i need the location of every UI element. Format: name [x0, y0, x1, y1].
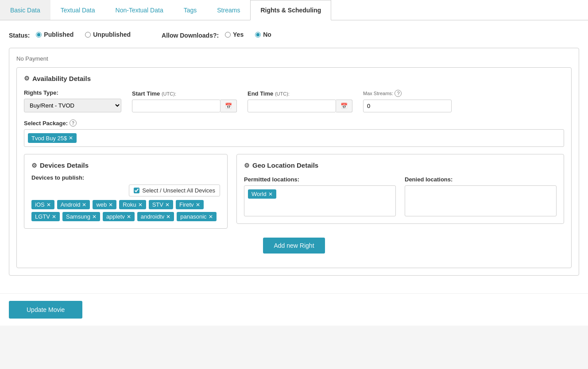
device-chip-remove[interactable]: ✕ [165, 202, 170, 208]
availability-section: ⚙ Availability Details Rights Type: Buy/… [16, 67, 572, 269]
main-content: Status: Published Unpublished Allow Down… [0, 20, 588, 293]
device-chip-label: iOS [35, 201, 45, 208]
device-chip-appletv: appletv✕ [103, 212, 135, 221]
device-chip-remove[interactable]: ✕ [196, 202, 200, 208]
device-chip-androidtv: androidtv✕ [137, 212, 174, 221]
add-right-row: Add new Right [24, 238, 564, 261]
device-chip-remove[interactable]: ✕ [92, 214, 97, 220]
device-chip-label: panasonic [180, 213, 206, 220]
device-chip-web: web✕ [93, 200, 116, 209]
downloads-group: Allow Downloads?: Yes No [162, 31, 276, 39]
device-chip-remove[interactable]: ✕ [138, 202, 143, 208]
select-all-checkbox[interactable] [134, 188, 139, 193]
device-chip-remove[interactable]: ✕ [166, 214, 170, 220]
tab-streams[interactable]: Streams [207, 0, 250, 20]
permitted-tag-label: World [251, 191, 267, 197]
max-streams-label: Max Streams: ? [363, 90, 452, 97]
tab-tags[interactable]: Tags [174, 0, 207, 20]
tab-rights-scheduling[interactable]: Rights & Scheduling [250, 0, 331, 20]
add-right-button[interactable]: Add new Right [263, 238, 325, 254]
devices-title: ⚙ Devices Details [31, 161, 220, 169]
downloads-yes-radio[interactable] [225, 32, 231, 38]
tab-bar: Basic Data Textual Data Non-Textual Data… [0, 0, 588, 20]
device-chip-samsung: Samsung✕ [62, 212, 100, 221]
package-tag-remove[interactable]: ✕ [69, 135, 73, 141]
end-time-field: End Time (UTC): 2050-12-01 00:00:00 📅 [248, 90, 352, 112]
start-time-calendar-button[interactable]: 📅 [220, 100, 237, 112]
status-label: Status: [9, 32, 30, 39]
package-label: Select Package: ? [24, 119, 77, 127]
availability-title: ⚙ Availability Details [24, 75, 564, 82]
end-time-calendar-button[interactable]: 📅 [336, 100, 352, 112]
start-time-label: Start Time (UTC): [132, 90, 237, 97]
downloads-no-option[interactable]: No [255, 31, 271, 38]
status-downloads-row: Status: Published Unpublished Allow Down… [9, 31, 579, 39]
downloads-radio-group: Yes No [225, 31, 276, 38]
package-tag-label: Tvod Buy 25$ [31, 135, 67, 142]
package-box[interactable]: Tvod Buy 25$ ✕ [24, 129, 564, 147]
tab-basic-data[interactable]: Basic Data [0, 0, 50, 20]
package-help-icon[interactable]: ? [70, 119, 77, 127]
max-streams-help-icon[interactable]: ? [395, 90, 402, 97]
device-chips: iOS✕ Android✕ web✕ Roku✕ STV✕ Firetv✕ LG… [31, 200, 220, 221]
status-radio-group: Published Unpublished [36, 31, 135, 38]
permitted-tag-remove[interactable]: ✕ [268, 191, 273, 197]
update-movie-button[interactable]: Update Movie [9, 301, 82, 319]
package-tag-tvod-buy: Tvod Buy 25$ ✕ [28, 133, 77, 143]
start-time-field: Start Time (UTC): 1970-01-01 00:00:00 📅 [132, 90, 237, 112]
downloads-yes-label: Yes [233, 31, 244, 38]
device-chip-label: androidtv [141, 213, 164, 220]
end-time-input-wrapper: 2050-12-01 00:00:00 📅 [248, 100, 352, 112]
denied-locations-label: Denied locations: [405, 176, 557, 183]
device-chip-label: Roku [123, 201, 136, 208]
status-unpublished-option[interactable]: Unpublished [85, 31, 131, 38]
rights-type-select[interactable]: Buy/Rent - TVOD Free - AVOD Subscription… [24, 99, 121, 112]
max-streams-input[interactable] [363, 100, 452, 112]
status-group: Status: Published Unpublished [9, 31, 135, 39]
downloads-yes-option[interactable]: Yes [225, 31, 244, 38]
device-chip-remove[interactable]: ✕ [108, 202, 113, 208]
device-chip-label: web [96, 201, 107, 208]
device-chip-remove[interactable]: ✕ [46, 202, 51, 208]
no-payment-title: No Payment [16, 55, 572, 62]
status-unpublished-radio[interactable] [85, 32, 91, 38]
lower-section: ⚙ Devices Details Devices to publish: Se… [24, 154, 564, 229]
device-chip-android: Android✕ [57, 200, 90, 209]
downloads-no-radio[interactable] [255, 32, 261, 38]
rights-type-label: Rights Type: [24, 89, 121, 96]
geo-inner: ⚙ Geo Location Details Permitted locatio… [236, 154, 564, 224]
footer: Update Movie [0, 293, 588, 326]
permitted-tag-world: World ✕ [248, 189, 276, 199]
tab-textual-data[interactable]: Textual Data [50, 0, 105, 20]
tabs-container: Basic Data Textual Data Non-Textual Data… [0, 0, 588, 293]
geo-title: ⚙ Geo Location Details [244, 161, 557, 169]
status-published-radio[interactable] [36, 32, 42, 38]
max-streams-field: Max Streams: ? [363, 90, 452, 112]
end-time-input[interactable]: 2050-12-01 00:00:00 [248, 100, 336, 112]
geo-fields: Permitted locations: World ✕ [244, 176, 557, 216]
device-chip-ios: iOS✕ [31, 200, 54, 209]
device-chip-label: Android [61, 201, 81, 208]
device-chip-remove[interactable]: ✕ [209, 214, 213, 220]
denied-locations-box[interactable] [405, 185, 557, 216]
geo-gear-icon: ⚙ [244, 162, 250, 169]
tab-non-textual-data[interactable]: Non-Textual Data [105, 0, 174, 20]
availability-fields: Rights Type: Buy/Rent - TVOD Free - AVOD… [24, 89, 564, 112]
device-chip-label: LGTV [35, 213, 50, 220]
start-time-input[interactable]: 1970-01-01 00:00:00 [132, 100, 220, 112]
device-chip-lgtv: LGTV✕ [31, 212, 60, 221]
denied-locations-field: Denied locations: [405, 176, 557, 216]
device-chip-remove[interactable]: ✕ [127, 214, 131, 220]
devices-box: ⚙ Devices Details Devices to publish: Se… [24, 154, 228, 229]
no-payment-box: No Payment ⚙ Availability Details Rights… [9, 48, 579, 276]
devices-publish-label: Devices to publish: [31, 174, 220, 181]
device-chip-remove[interactable]: ✕ [82, 202, 86, 208]
end-time-label: End Time (UTC): [248, 90, 352, 97]
permitted-locations-box[interactable]: World ✕ [244, 185, 396, 216]
select-all-text: Select / Unselect All Devices [142, 187, 215, 194]
device-chip-remove[interactable]: ✕ [52, 214, 56, 220]
device-chip-panasonic: panasonic✕ [177, 212, 216, 221]
status-published-option[interactable]: Published [36, 31, 74, 38]
availability-gear-icon: ⚙ [24, 75, 30, 82]
select-all-label[interactable]: Select / Unselect All Devices [129, 184, 220, 196]
